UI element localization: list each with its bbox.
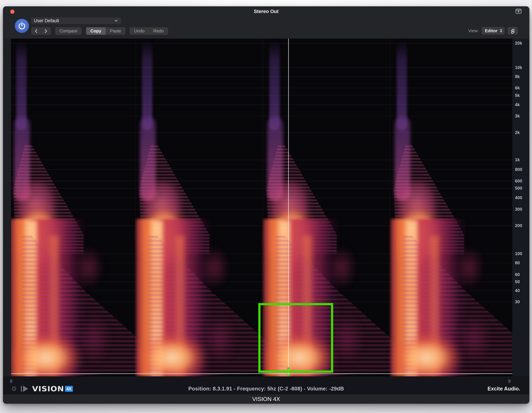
chevron-updown-icon <box>500 29 503 33</box>
spectrogram-canvas[interactable] <box>11 38 512 376</box>
selection-rectangle[interactable] <box>258 303 333 373</box>
plugin-name-bar: VISION 4X <box>3 394 529 404</box>
spectrogram-hit <box>136 38 270 376</box>
gridline <box>11 88 512 88</box>
gridline <box>11 188 512 188</box>
freq-tick-label: 20k <box>515 41 522 46</box>
freq-tick-label: 200 <box>515 223 522 228</box>
freq-tick-label: 6k <box>515 85 520 91</box>
freq-tick-label: 2k <box>515 130 520 135</box>
gridline <box>11 274 512 275</box>
time-tick-label: 9 <box>508 379 511 384</box>
preset-value: User Default <box>34 18 59 23</box>
next-preset-button[interactable] <box>41 27 51 35</box>
freq-tick-label: 5k <box>515 93 520 98</box>
gridline <box>11 104 512 105</box>
view-mode-dropdown[interactable]: Editor <box>482 27 505 35</box>
freq-tick-label: 30 <box>515 299 520 304</box>
view-mode-value: Editor <box>485 28 497 33</box>
freq-tick-label: 300 <box>515 207 522 212</box>
beat-gridline <box>135 38 136 376</box>
undo-redo-group: Undo Redo <box>130 27 168 35</box>
link-button[interactable] <box>507 27 518 35</box>
chevron-down-icon <box>114 19 118 22</box>
gridline <box>11 169 512 170</box>
freq-tick-label: 10k <box>515 65 522 70</box>
plugin-header: Stereo Out User Default <box>3 7 529 38</box>
preset-nav-group <box>31 27 51 35</box>
gridline <box>11 95 512 96</box>
freq-tick-label: 60 <box>515 272 520 277</box>
gridline <box>11 198 512 198</box>
gridline <box>11 160 512 160</box>
view-controls: View: Editor <box>468 27 518 35</box>
gridline <box>11 67 512 68</box>
gridline <box>11 263 512 263</box>
freq-tick-label: 400 <box>515 195 522 200</box>
freq-tick-label: 3k <box>515 113 520 119</box>
window-title: Stereo Out <box>3 7 529 16</box>
freq-tick-label: 500 <box>515 186 522 191</box>
compare-button[interactable]: Compare <box>55 27 82 35</box>
freq-tick-label: 1k <box>515 157 520 162</box>
gridline <box>11 76 512 77</box>
gridline <box>11 116 512 116</box>
freq-tick-label: 4k <box>515 102 520 107</box>
freq-tick-label: 600 <box>515 178 522 184</box>
power-icon <box>18 22 26 30</box>
freq-tick-label: 50 <box>515 279 520 284</box>
frequency-axis: 20k10k8k6k5k4k3k2k1k80060050040030020010… <box>512 38 529 376</box>
view-label: View: <box>468 28 479 33</box>
copy-paste-group: Copy Paste <box>86 27 125 35</box>
freq-tick-label: 100 <box>515 251 522 256</box>
gridline <box>11 132 512 133</box>
open-as-window-icon[interactable] <box>515 9 522 14</box>
company-name: Excite Audio. <box>488 384 520 394</box>
status-bar: 89 ⚙ VISION 4X Position: 8.3.1.91 - Freq… <box>3 376 529 394</box>
position-readout: Position: 8.3.1.91 - Frequency: 5hz (C-2… <box>3 384 529 394</box>
time-tick-label: 8 <box>10 379 12 384</box>
gridline <box>11 291 512 291</box>
toolbar: Compare Copy Paste Undo Redo <box>31 27 168 35</box>
gridline <box>11 209 512 209</box>
compare-group: Compare <box>55 27 82 35</box>
redo-button[interactable]: Redo <box>149 27 168 35</box>
bypass-power-button[interactable] <box>15 19 29 33</box>
gridline <box>11 43 512 43</box>
link-icon <box>510 28 515 34</box>
freq-tick-label: 80 <box>515 260 520 265</box>
plugin-window: Stereo Out User Default <box>3 6 529 404</box>
undo-button[interactable]: Undo <box>130 27 149 35</box>
gridline <box>11 282 512 282</box>
plugin-name: VISION 4X <box>252 396 280 402</box>
gridline <box>11 225 512 226</box>
freq-tick-label: 8k <box>515 74 520 79</box>
gridline <box>11 302 512 302</box>
waveform-baseline <box>11 373 512 374</box>
paste-button[interactable]: Paste <box>106 27 125 35</box>
previous-preset-button[interactable] <box>31 27 41 35</box>
copy-button[interactable]: Copy <box>86 27 106 35</box>
freq-tick-label: 40 <box>515 288 520 293</box>
spectrogram-hit <box>391 38 512 376</box>
spectrogram-hit <box>11 38 144 376</box>
beat-gridline <box>390 38 390 376</box>
freq-tick-label: 800 <box>515 167 522 172</box>
gridline <box>11 253 512 254</box>
preset-dropdown[interactable]: User Default <box>31 17 121 24</box>
playhead-arrow <box>286 375 290 376</box>
gridline <box>11 181 512 181</box>
